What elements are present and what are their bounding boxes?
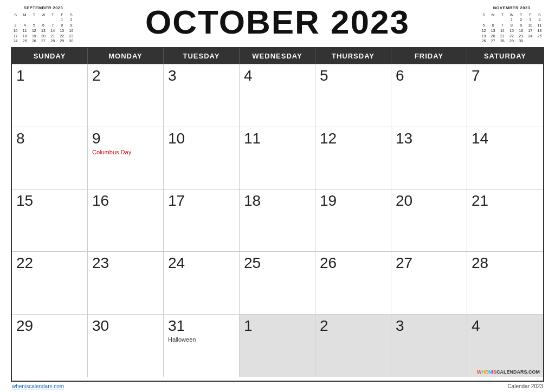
mini-cal-header: M: [488, 12, 498, 18]
mini-cal-day: 17: [526, 28, 535, 34]
mini-cal-november-title: NOVEMBER 2023: [479, 5, 544, 11]
cell-number: 10: [168, 130, 235, 147]
mini-cal-day: 7: [498, 23, 507, 28]
calendar-cell: 4WHENISCALENDARS.COM: [467, 315, 543, 377]
mini-cal-day: 20: [488, 34, 498, 39]
mini-cal-day: 21: [498, 34, 507, 39]
calendar-cell: 12: [315, 127, 391, 190]
mini-cal-day: 15: [57, 28, 67, 34]
mini-cal-header: S: [479, 12, 488, 18]
cell-number: 6: [396, 68, 462, 84]
mini-cal-day: 10: [526, 23, 535, 28]
day-header: MONDAY: [88, 48, 164, 64]
mini-cal-day: 27: [488, 38, 498, 44]
cell-number: 24: [168, 255, 235, 272]
mini-cal-day: [20, 17, 29, 23]
mini-cal-day: 1: [57, 17, 67, 23]
mini-cal-september-table: SMTWTFS 12345678910111213141516171819202…: [11, 12, 76, 44]
cell-number: 7: [472, 68, 539, 84]
mini-cal-day: [488, 17, 498, 23]
mini-cal-header: F: [526, 12, 535, 18]
mini-cal-header: S: [535, 12, 544, 18]
calendar-cell: 19: [315, 190, 391, 252]
mini-cal-day: 6: [38, 23, 48, 28]
mini-cal-header: W: [507, 12, 516, 18]
main-title: OCTOBER 2023: [145, 5, 410, 39]
mini-cal-header: T: [48, 12, 57, 18]
cell-number: 23: [92, 255, 159, 272]
cell-number: 30: [92, 318, 159, 335]
mini-cal-day: [535, 38, 544, 44]
footer-link[interactable]: wheniscalendars.com: [12, 383, 64, 389]
mini-cal-day: 5: [479, 23, 488, 28]
mini-cal-day: 18: [20, 34, 29, 39]
mini-cal-day: 8: [507, 23, 516, 28]
mini-cal-day: 22: [57, 34, 67, 39]
calendar-cell: 8: [12, 127, 88, 190]
mini-cal-header: W: [38, 12, 48, 18]
calendar-cell: 14: [467, 127, 543, 190]
calendar-cell: 1: [12, 64, 88, 127]
day-header: THURSDAY: [315, 48, 391, 64]
calendar-cell: 7: [467, 64, 543, 127]
cell-number: 28: [472, 255, 539, 272]
calendar-cell: 29: [12, 315, 88, 377]
mini-cal-day: 13: [488, 28, 498, 34]
calendar-cell: 1: [240, 315, 315, 377]
cell-number: 2: [320, 318, 386, 335]
page: SEPTEMBER 2023 SMTWTFS 12345678910111213…: [0, 0, 555, 392]
calendar-cell: 24: [164, 252, 240, 314]
mini-cal-november-table: SMTWTFS 12345678910111213141516171819202…: [479, 12, 544, 44]
cell-number: 9: [92, 130, 159, 147]
mini-cal-day: [29, 17, 38, 23]
mini-cal-day: 21: [48, 34, 57, 39]
footer: wheniscalendars.com Calendar 2023: [11, 382, 544, 389]
calendar-cell: 3: [391, 315, 467, 377]
mini-cal-day: 12: [29, 28, 38, 34]
mini-cal-day: 29: [507, 38, 516, 44]
mini-cal-day: 9: [517, 23, 526, 28]
calendar-cell: 28: [467, 252, 543, 314]
cell-number: 17: [168, 193, 235, 210]
cell-number: 25: [244, 255, 311, 272]
mini-cal-day: 7: [48, 23, 57, 28]
cell-number: 4: [244, 68, 311, 84]
cell-number: 1: [244, 318, 311, 335]
mini-cal-day: 9: [67, 23, 76, 28]
calendar-cell: 25: [240, 252, 315, 314]
mini-cal-day: 14: [48, 28, 57, 34]
calendar-cell: 30: [88, 315, 164, 377]
mini-cal-header: M: [20, 12, 29, 18]
mini-cal-day: [498, 17, 507, 23]
cell-number: 8: [16, 130, 83, 147]
cell-number: 29: [16, 318, 83, 335]
mini-cal-day: 11: [535, 23, 544, 28]
cell-number: 1: [16, 68, 83, 84]
calendar-cell: 5: [315, 64, 391, 127]
mini-cal-september: SEPTEMBER 2023 SMTWTFS 12345678910111213…: [11, 5, 76, 44]
cell-number: 14: [472, 130, 539, 147]
mini-cal-header: S: [11, 12, 20, 18]
cell-holiday: Columbus Day: [92, 149, 159, 155]
mini-cal-day: 4: [535, 17, 544, 23]
day-headers: SUNDAYMONDAYTUESDAYWEDNESDAYTHURSDAYFRID…: [12, 48, 543, 64]
cell-number: 31: [168, 318, 235, 335]
mini-cal-day: 19: [29, 34, 38, 39]
mini-cal-day: 29: [57, 38, 67, 44]
calendar-cell: 26: [315, 252, 391, 314]
mini-cal-day: 16: [517, 28, 526, 34]
cell-number: 15: [16, 193, 83, 210]
calendar-cell: 13: [391, 127, 467, 190]
mini-cal-day: 30: [517, 38, 526, 44]
mini-cal-day: 3: [526, 17, 535, 23]
mini-cal-day: 13: [38, 28, 48, 34]
mini-cal-day: 26: [29, 38, 38, 44]
mini-cal-day: 23: [67, 34, 76, 39]
calendar-cell: 21: [467, 190, 543, 252]
mini-cal-day: 20: [38, 34, 48, 39]
mini-cal-november: NOVEMBER 2023 SMTWTFS 123456789101112131…: [479, 5, 544, 44]
footer-right-text: Calendar 2023: [507, 383, 543, 389]
mini-cal-header: T: [498, 12, 507, 18]
day-header: SATURDAY: [467, 48, 543, 64]
cell-number: 4: [472, 318, 539, 335]
